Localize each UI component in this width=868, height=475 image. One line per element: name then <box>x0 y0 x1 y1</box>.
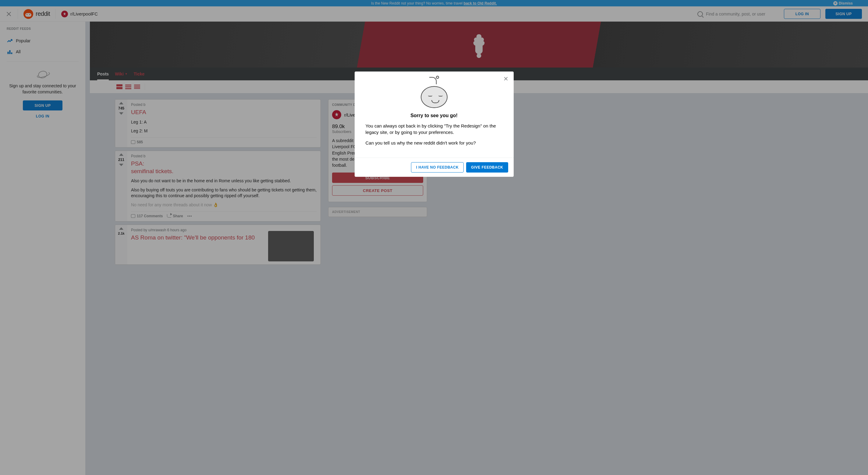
close-icon[interactable]: ✕ <box>503 76 509 82</box>
give-feedback-button[interactable]: GIVE FEEDBACK <box>466 162 508 173</box>
modal-footer: I HAVE NO FEEDBACK GIVE FEEDBACK <box>354 158 514 177</box>
no-feedback-button[interactable]: I HAVE NO FEEDBACK <box>411 162 464 173</box>
snoo-illustration <box>420 77 448 108</box>
feedback-modal: ✕ Sorry to see you go! You can always op… <box>354 71 514 177</box>
modal-overlay[interactable]: ✕ Sorry to see you go! You can always op… <box>0 0 868 247</box>
modal-title: Sorry to see you go! <box>366 113 503 118</box>
modal-text: You can always opt back in by clicking "… <box>366 123 503 135</box>
modal-text: Can you tell us why the new reddit didn'… <box>366 140 503 146</box>
